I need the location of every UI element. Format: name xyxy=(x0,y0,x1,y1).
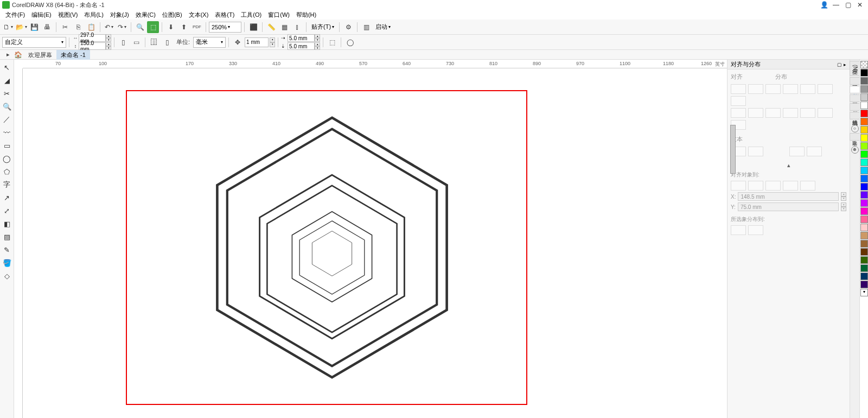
tab-document[interactable]: 未命名 -1 xyxy=(56,50,90,60)
color-swatch[interactable] xyxy=(860,142,868,150)
home-icon[interactable]: 🏠 xyxy=(14,51,22,59)
menu-file[interactable]: 文件(F) xyxy=(2,11,28,19)
rulers-button[interactable]: 📏 xyxy=(265,21,277,33)
spacing-selection-button[interactable] xyxy=(731,225,746,235)
fill-tool[interactable]: 🪣 xyxy=(1,257,13,269)
menu-bitmap[interactable]: 位图(B) xyxy=(159,11,186,19)
dist-opt-2-button[interactable] xyxy=(807,147,822,156)
zoom-combo[interactable]: 250%▾ xyxy=(209,22,241,33)
copy-button[interactable]: ⎘ xyxy=(72,21,84,33)
dist-opt-1-button[interactable] xyxy=(789,147,805,156)
align-top-button[interactable] xyxy=(731,108,746,118)
launch-dropdown[interactable]: 启动▾ xyxy=(373,23,393,31)
pages-current-icon[interactable]: ▯ xyxy=(161,36,173,48)
user-icon[interactable]: 👤 xyxy=(819,1,829,9)
dup-y-spinner[interactable]: ▴▾ xyxy=(315,42,320,50)
height-spinner[interactable]: ▴▾ xyxy=(106,42,111,50)
scrollbar-thumb[interactable] xyxy=(730,125,736,174)
shape-tool[interactable]: ◢ xyxy=(1,74,13,86)
sidetab-font-park[interactable]: 字体乐园 xyxy=(850,94,860,102)
docker-title[interactable]: 对齐与分布▢ ▸ xyxy=(727,60,850,69)
page-preset-combo[interactable]: 自定义▾ xyxy=(2,37,66,48)
maximize-button[interactable]: ▢ xyxy=(843,1,853,9)
no-fill-swatch[interactable] xyxy=(860,61,868,68)
pick-tool[interactable]: ↖ xyxy=(1,61,13,73)
dist-space-h-button[interactable] xyxy=(818,84,833,94)
paste-button[interactable]: 📋 xyxy=(85,21,97,33)
fullscreen-button[interactable]: ⬛ xyxy=(247,21,259,33)
color-swatch[interactable] xyxy=(860,224,868,231)
landscape-button[interactable]: ▭ xyxy=(130,36,142,48)
text-tool[interactable]: 字 xyxy=(1,179,13,191)
dup-y-input[interactable]: 5.0 mm xyxy=(288,42,315,50)
canvas-area[interactable]: 70 100 170 330 410 490 570 640 730 810 8… xyxy=(14,60,727,418)
pick-tool-tiny-icon[interactable]: ▸ xyxy=(2,49,14,61)
dist-right-button[interactable] xyxy=(731,96,746,106)
dist-left-button[interactable] xyxy=(783,84,798,94)
open-button[interactable]: 📂▾ xyxy=(15,21,27,33)
menu-help[interactable]: 帮助(H) xyxy=(293,11,320,19)
color-swatch[interactable] xyxy=(860,191,868,199)
sidetab-align[interactable]: 对齐与分布 xyxy=(850,86,860,93)
align-center-v-button[interactable] xyxy=(748,108,763,118)
pdf-button[interactable]: PDF xyxy=(191,21,203,33)
color-swatch[interactable] xyxy=(860,93,868,101)
dup-x-input[interactable]: 5.0 mm xyxy=(288,34,315,42)
color-swatch[interactable] xyxy=(860,69,868,77)
sidetab-hints[interactable]: 提示(N) xyxy=(850,61,860,76)
menu-effects[interactable]: 效果(C) xyxy=(132,11,159,19)
dist-space-v-button[interactable] xyxy=(818,108,833,118)
align-right-button[interactable] xyxy=(765,84,781,94)
color-swatch[interactable] xyxy=(860,134,868,142)
spacing-page-button[interactable] xyxy=(748,225,763,235)
color-swatch[interactable] xyxy=(860,85,868,93)
nudge-input[interactable]: 1 mm xyxy=(245,37,269,47)
save-button[interactable]: 💾 xyxy=(28,21,40,33)
color-swatch[interactable] xyxy=(860,150,868,158)
menu-object[interactable]: 对象(J) xyxy=(107,11,132,19)
pages-all-icon[interactable]: ⿲ xyxy=(148,36,160,48)
snap-dropdown[interactable]: 贴齐(T)▾ xyxy=(309,23,336,31)
vertical-ruler[interactable] xyxy=(14,68,23,418)
dup-x-spinner[interactable]: ▴▾ xyxy=(315,34,320,42)
cut-button[interactable]: ✂ xyxy=(59,21,71,33)
color-swatch[interactable] xyxy=(860,175,868,182)
rectangle-tool[interactable]: ▭ xyxy=(1,140,13,151)
print-button[interactable]: 🖶 xyxy=(41,21,53,33)
color-swatch[interactable] xyxy=(860,256,868,264)
menu-view[interactable]: 视图(V) xyxy=(55,11,81,19)
import-icon[interactable]: ⬇ xyxy=(165,21,177,33)
dist-center-v-button[interactable] xyxy=(800,108,815,118)
tab-welcome[interactable]: 欢迎屏幕 xyxy=(24,50,56,60)
align-bottom-button[interactable] xyxy=(765,108,781,118)
color-swatch[interactable] xyxy=(860,248,868,256)
menu-tools[interactable]: 工具(O) xyxy=(238,11,265,19)
canvas[interactable] xyxy=(23,68,727,418)
color-swatch[interactable] xyxy=(860,159,868,166)
menu-text[interactable]: 文本(X) xyxy=(186,11,212,19)
guides-button[interactable]: ⫿ xyxy=(291,21,303,33)
grid-button[interactable]: ▦ xyxy=(278,21,290,33)
color-swatch[interactable] xyxy=(860,183,868,191)
menu-edit[interactable]: 编辑(E) xyxy=(28,11,55,19)
color-swatch[interactable] xyxy=(860,126,868,134)
freehand-tool[interactable]: ／ xyxy=(1,113,13,125)
zoom-tool[interactable]: 🔍 xyxy=(1,100,13,112)
color-swatch[interactable] xyxy=(860,264,868,272)
units-combo[interactable]: 毫米▾ xyxy=(193,37,226,48)
color-swatch[interactable] xyxy=(860,110,868,117)
color-swatch[interactable] xyxy=(860,232,868,239)
options-button[interactable]: ⚙ xyxy=(342,21,354,33)
connector-tool[interactable]: ⤢ xyxy=(1,205,13,217)
dropshadow-tool[interactable]: ◧ xyxy=(1,218,13,230)
width-spinner[interactable]: ▴▾ xyxy=(106,34,111,42)
measure-tool[interactable]: ↗ xyxy=(1,192,13,204)
nudge-spinner[interactable]: ▴▾ xyxy=(270,37,275,47)
bezier-tool[interactable]: 〰 xyxy=(1,126,13,138)
dist-center-h-button[interactable] xyxy=(800,84,815,94)
sidetab-object-manager[interactable]: 对象管理器 xyxy=(850,77,860,85)
outline-tool[interactable]: ◇ xyxy=(1,270,13,282)
text-top-button[interactable] xyxy=(748,147,763,156)
align-left-button[interactable] xyxy=(731,84,746,94)
color-swatch[interactable] xyxy=(860,102,868,109)
